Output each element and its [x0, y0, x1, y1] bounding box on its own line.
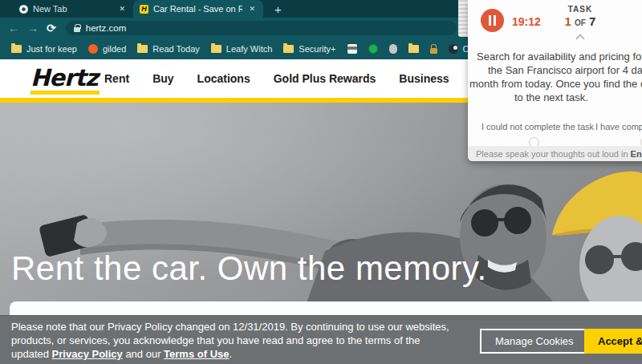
nav-gold-plus-rewards[interactable]: Gold Plus Rewards: [274, 72, 376, 85]
bookmark-label: Leafy Witch: [226, 44, 272, 54]
task-label: TASK: [544, 5, 616, 14]
cookie-line2: products, or services, you acknowledge t…: [11, 334, 449, 347]
chevron-up-icon[interactable]: [575, 34, 584, 42]
bookmark-leafy-witch[interactable]: Leafy Witch: [211, 44, 272, 54]
timer-text: 19:12: [512, 15, 541, 28]
reload-icon[interactable]: ⟳: [47, 22, 56, 34]
url-text: hertz.com: [86, 23, 127, 33]
bookmark-bank[interactable]: [347, 44, 357, 54]
option-have-completed[interactable]: I have completed the task: [595, 122, 642, 148]
address-bar[interactable]: hertz.com: [66, 21, 457, 35]
main-nav: Rent Buy Locations Gold Plus Rewards Bus…: [104, 59, 449, 98]
option-label: I could not complete the task: [482, 122, 586, 131]
task-description: Search for availability and pricing for …: [468, 50, 642, 104]
task-panel-header: 19:12 TASK 1 OF 7: [468, 0, 642, 40]
footer-language: English.: [631, 149, 642, 159]
bookmark-label: Just for keep: [26, 44, 77, 54]
task-counter: TASK 1 OF 7: [544, 5, 616, 28]
cookie-message: Please note that our Privacy Policy chan…: [11, 320, 449, 361]
folder-icon: [11, 45, 22, 53]
folder-icon: [283, 45, 294, 53]
chrome-icon: [19, 5, 28, 14]
forward-icon[interactable]: →: [27, 22, 39, 34]
tab-title: New Tab: [33, 4, 112, 14]
task-panel-footer: Please speak your thoughts out loud inEn…: [468, 146, 642, 161]
new-tab-button[interactable]: +: [274, 2, 282, 18]
green-circle-icon: [368, 44, 378, 54]
footer-text: Please speak your thoughts out loud in: [476, 149, 628, 159]
bookmark-label: gilded: [103, 44, 126, 54]
bank-icon: [347, 44, 357, 54]
tab-new-tab[interactable]: New Tab ✕: [13, 0, 133, 18]
bookmark-apple[interactable]: [389, 44, 397, 54]
bookmark-just-for-keep[interactable]: Just for keep: [11, 44, 77, 54]
bookmark-label: Read Today: [152, 44, 200, 54]
nav-business[interactable]: Business: [399, 72, 449, 85]
accept-close-button[interactable]: Accept & Close: [584, 329, 642, 354]
hertz-logo-text: Hertz: [30, 66, 100, 90]
cookie-line1: Please note that our Privacy Policy chan…: [11, 320, 449, 334]
nav-locations[interactable]: Locations: [197, 72, 250, 85]
hertz-favicon: H: [140, 5, 148, 14]
apple-icon: [389, 44, 397, 54]
folder-icon: [137, 45, 148, 53]
dark-circle-icon: [449, 44, 458, 54]
manage-cookies-button[interactable]: Manage Cookies: [480, 329, 589, 354]
lock-icon: [430, 48, 437, 54]
tab-car-rental[interactable]: H Car Rental - Save on Rental Cars ✕: [133, 0, 263, 18]
task-options: I could not complete the task I have com…: [468, 122, 642, 148]
task-panel: 19:12 TASK 1 OF 7 Search for availabilit…: [468, 0, 642, 161]
close-icon[interactable]: ✕: [247, 3, 257, 14]
task-progress: 1 OF 7: [544, 14, 616, 28]
terms-of-use-link[interactable]: Terms of Use: [164, 348, 229, 360]
bookmark-read-today[interactable]: Read Today: [137, 44, 200, 54]
close-icon[interactable]: ✕: [117, 3, 127, 14]
tab-title: Car Rental - Save on Rental Cars: [153, 4, 242, 14]
bookmark-lock[interactable]: [430, 45, 437, 54]
bookmark-folder[interactable]: [408, 45, 419, 53]
pause-button[interactable]: [481, 9, 504, 32]
bookmark-green[interactable]: [368, 44, 378, 54]
back-icon[interactable]: ←: [8, 22, 19, 34]
bookmark-gilded[interactable]: gilded: [88, 44, 126, 54]
lock-icon: [74, 27, 80, 32]
nav-buy[interactable]: Buy: [152, 72, 173, 85]
option-could-not-complete[interactable]: I could not complete the task: [482, 122, 586, 148]
folder-icon: [408, 45, 419, 53]
panel-grip[interactable]: [458, 0, 468, 37]
folder-icon: [211, 45, 221, 53]
nav-rent[interactable]: Rent: [104, 72, 129, 85]
cookie-banner: Please note that our Privacy Policy chan…: [0, 315, 642, 364]
bookmark-label: Security+: [299, 44, 335, 54]
cookie-line3: updated Privacy Policy and our Terms of …: [11, 347, 449, 361]
option-label: I have completed the task: [595, 122, 642, 131]
reddit-icon: [88, 44, 98, 54]
hertz-logo[interactable]: Hertz: [30, 66, 100, 95]
bookmark-security-plus[interactable]: Security+: [283, 44, 335, 54]
hero-headline: Rent the car. Own the memory.: [11, 249, 487, 288]
privacy-policy-link[interactable]: Privacy Policy: [52, 348, 123, 360]
